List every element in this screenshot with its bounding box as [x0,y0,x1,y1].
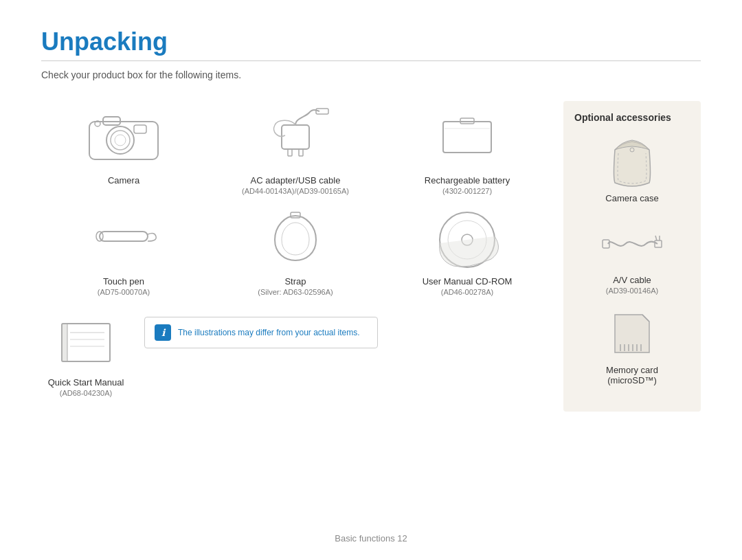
page-title: Unpacking [41,27,701,56]
svg-rect-20 [62,324,110,361]
svg-rect-27 [655,240,662,247]
battery-image [423,101,512,170]
item-touchpen: Touch pen (AD75-00070A) [41,202,206,296]
optional-memorycard-label: Memory card (microSD™) [606,365,658,385]
optional-item-memorycard: Memory card (microSD™) [598,306,666,387]
camera-image [79,101,168,170]
item-battery-label: Rechargeable battery [425,175,510,186]
item-strap-code: (Silver: AD63-02596A) [258,288,333,296]
svg-rect-7 [282,125,309,149]
note-box: ℹ The illustrations may differ from your… [144,317,378,348]
cameracase-image [598,134,666,189]
avcable-image [598,216,666,271]
note-text: The illustrations may differ from your a… [178,328,360,337]
adapter-image [251,101,340,170]
optional-title: Optional accessories [574,112,671,123]
touchpen-image [79,202,168,271]
item-battery-code: (4302-001227) [442,187,492,195]
item-adapter-code: (AD44-00143A)/(AD39-00165A) [242,187,349,195]
optional-item-avcable: A/V cable (AD39-00146A) [598,216,666,295]
page-subtitle: Check your product box for the following… [41,69,701,80]
manual-image [41,303,131,372]
optional-panel: Optional accessories Camera case [563,101,701,412]
svg-rect-11 [443,122,491,153]
memorycard-image [598,306,666,361]
svg-rect-9 [299,149,303,156]
item-adapter-label: AC adapter/USB cable [251,175,341,186]
item-adapter: AC adapter/USB cable (AD44-00143A)/(AD39… [213,101,378,195]
svg-rect-5 [134,125,146,133]
item-cdrom-code: (AD46-00278A) [441,288,493,296]
item-strap: Strap (Silver: AD63-02596A) [213,202,378,296]
item-strap-label: Strap [284,276,306,287]
item-touchpen-label: Touch pen [103,276,144,287]
item-manual: Quick Start Manual (AD68-04230A) [41,303,131,397]
item-camera-label: Camera [108,175,139,186]
items-row-1: Camera [41,101,550,195]
strap-image [251,202,340,271]
item-manual-code: (AD68-04230A) [60,389,112,397]
items-section: Camera [41,101,550,412]
optional-item-cameracase: Camera case [598,134,666,205]
svg-line-28 [655,236,657,240]
items-row-2: Touch pen (AD75-00070A) [41,202,550,296]
svg-rect-14 [100,232,148,241]
svg-point-3 [111,131,130,150]
item-camera: Camera [41,101,206,195]
optional-cameracase-label: Camera case [605,193,658,203]
svg-point-4 [115,135,126,146]
items-row-3: Quick Start Manual (AD68-04230A) ℹ The i… [41,303,550,397]
item-touchpen-code: (AD75-00070A) [98,288,150,296]
optional-avcable-label: A/V cable [613,275,651,285]
item-cdrom-label: User Manual CD-ROM [423,276,513,287]
divider [41,60,701,61]
item-battery: Rechargeable battery (4302-001227) [385,101,550,195]
cdrom-image [423,202,512,271]
page-footer: Basic functions 12 [335,533,407,544]
info-icon: ℹ [155,324,171,341]
item-cdrom: User Manual CD-ROM (AD46-00278A) [385,202,550,296]
svg-rect-8 [288,149,292,156]
page-container: Unpacking Check your product box for the… [0,0,742,560]
svg-rect-21 [62,324,67,361]
optional-avcable-code: (AD39-00146A) [606,287,658,295]
main-content: Camera [41,101,701,412]
item-manual-label: Quick Start Manual [48,377,124,388]
